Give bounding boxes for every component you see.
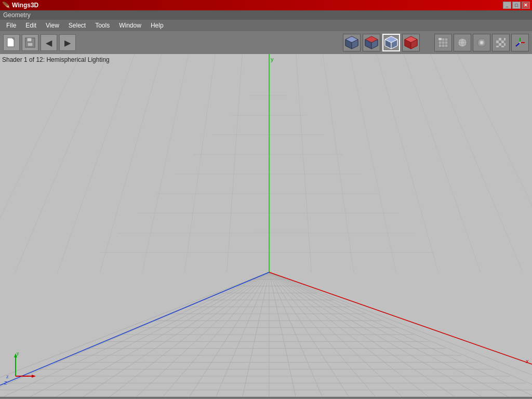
menu-tools[interactable]: Tools [91, 21, 114, 30]
title-bar: 🪶 Wings3D _ □ ✕ [0, 0, 532, 10]
view-cube-2[interactable] [363, 34, 380, 51]
svg-rect-27 [438, 38, 442, 40]
viewport[interactable]: Shader 1 of 12: Hemispherical Lighting y… [0, 54, 532, 397]
new-icon [6, 37, 17, 48]
menu-help[interactable]: Help [147, 21, 168, 30]
svg-point-33 [481, 42, 483, 44]
svg-rect-4 [27, 38, 32, 42]
save-button[interactable] [22, 34, 38, 51]
maximize-button[interactable]: □ [512, 2, 521, 9]
svg-rect-41 [499, 46, 501, 47]
forward-button[interactable]: ▶ [59, 34, 76, 51]
material-icon [476, 37, 487, 48]
grid-icon [437, 37, 449, 48]
status-bar: L: Select M: Start camera R: Show menu ◢ [0, 397, 532, 399]
view-cube-1[interactable] [343, 34, 361, 51]
back-button[interactable]: ◀ [41, 34, 57, 51]
axes-indicator: y z [5, 350, 36, 381]
material-button[interactable] [473, 34, 490, 51]
menu-edit[interactable]: Edit [21, 21, 41, 30]
svg-point-28 [458, 38, 467, 47]
subtitle-bar: Geometry [0, 10, 532, 20]
sphere-button[interactable] [454, 34, 471, 51]
close-button[interactable]: ✕ [522, 2, 530, 9]
grid-button[interactable] [434, 34, 452, 51]
title-bar-controls[interactable]: _ □ ✕ [503, 2, 530, 9]
texture-icon [495, 37, 507, 48]
menu-bar: File Edit View Select Tools Window Help [0, 20, 532, 31]
minimize-button[interactable]: _ [503, 2, 511, 9]
menu-select[interactable]: Select [64, 21, 90, 30]
menu-file[interactable]: File [2, 21, 20, 30]
texture-button[interactable] [492, 34, 510, 51]
z-axis-label: z [6, 374, 9, 379]
new-button[interactable] [3, 34, 20, 51]
axes-button[interactable] [511, 34, 529, 51]
svg-rect-42 [504, 46, 506, 47]
cube4-icon [404, 35, 418, 50]
svg-marker-50 [32, 375, 36, 378]
view-cube-4[interactable] [402, 34, 420, 51]
y-axis-label: y [17, 351, 19, 356]
menu-view[interactable]: View [42, 21, 63, 30]
right-toolbar [434, 34, 529, 51]
svg-rect-39 [496, 43, 499, 46]
subtitle-label: Geometry [3, 11, 31, 19]
back-icon: ◀ [46, 38, 52, 48]
shader-status: Shader 1 of 12: Hemispherical Lighting [2, 56, 110, 63]
app-icon: 🪶 [2, 2, 10, 9]
cube2-icon [364, 35, 379, 50]
svg-rect-5 [28, 43, 33, 46]
sphere-icon [457, 37, 468, 48]
svg-rect-40 [501, 43, 504, 46]
svg-rect-37 [499, 41, 501, 43]
title-bar-title: Wings3D [12, 2, 38, 9]
grid-canvas [0, 54, 532, 397]
save-icon [24, 37, 36, 48]
menu-window[interactable]: Window [115, 21, 145, 30]
svg-rect-35 [496, 38, 499, 41]
cube1-icon [344, 35, 359, 50]
svg-point-46 [519, 42, 521, 44]
toolbar: ◀ ▶ [0, 31, 532, 54]
view-cube-3[interactable] [382, 34, 400, 51]
axes-icon [514, 37, 526, 48]
cube3-icon [384, 35, 398, 50]
svg-rect-36 [501, 38, 504, 41]
title-bar-left: 🪶 Wings3D [2, 2, 38, 9]
svg-rect-38 [504, 41, 506, 43]
forward-icon: ▶ [64, 38, 71, 48]
